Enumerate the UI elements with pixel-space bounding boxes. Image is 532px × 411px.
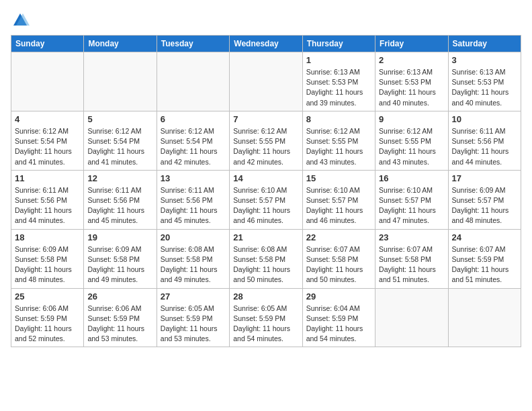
day-number: 9	[379, 114, 444, 124]
calendar-cell: 17Sunrise: 6:09 AM Sunset: 5:57 PM Dayli…	[448, 170, 521, 229]
day-info: Sunrise: 6:11 AM Sunset: 5:56 PM Dayligh…	[87, 185, 152, 226]
day-info: Sunrise: 6:06 AM Sunset: 5:59 PM Dayligh…	[15, 304, 80, 345]
calendar-cell: 25Sunrise: 6:06 AM Sunset: 5:59 PM Dayli…	[11, 288, 84, 347]
calendar-cell	[230, 52, 302, 111]
day-number: 26	[87, 291, 152, 302]
calendar-cell: 22Sunrise: 6:07 AM Sunset: 5:58 PM Dayli…	[302, 229, 375, 288]
day-info: Sunrise: 6:05 AM Sunset: 5:59 PM Dayligh…	[233, 304, 298, 345]
calendar-cell	[157, 52, 229, 111]
day-info: Sunrise: 6:10 AM Sunset: 5:57 PM Dayligh…	[379, 185, 444, 226]
day-info: Sunrise: 6:12 AM Sunset: 5:54 PM Dayligh…	[87, 126, 152, 167]
calendar-week-row: 4Sunrise: 6:12 AM Sunset: 5:54 PM Daylig…	[11, 111, 521, 170]
calendar-cell: 8Sunrise: 6:12 AM Sunset: 5:55 PM Daylig…	[302, 111, 375, 170]
day-info: Sunrise: 6:13 AM Sunset: 5:53 PM Dayligh…	[452, 67, 517, 108]
day-info: Sunrise: 6:12 AM Sunset: 5:54 PM Dayligh…	[15, 126, 80, 167]
calendar-week-row: 25Sunrise: 6:06 AM Sunset: 5:59 PM Dayli…	[11, 288, 521, 347]
day-info: Sunrise: 6:09 AM Sunset: 5:58 PM Dayligh…	[87, 244, 152, 285]
day-info: Sunrise: 6:10 AM Sunset: 5:57 PM Dayligh…	[233, 185, 298, 226]
calendar-cell: 20Sunrise: 6:08 AM Sunset: 5:58 PM Dayli…	[157, 229, 229, 288]
day-number: 8	[306, 114, 371, 124]
day-number: 27	[161, 291, 226, 302]
calendar-cell: 28Sunrise: 6:05 AM Sunset: 5:59 PM Dayli…	[230, 288, 302, 347]
calendar-cell	[375, 288, 448, 347]
calendar-cell: 5Sunrise: 6:12 AM Sunset: 5:54 PM Daylig…	[84, 111, 157, 170]
day-info: Sunrise: 6:13 AM Sunset: 5:53 PM Dayligh…	[379, 67, 444, 108]
day-info: Sunrise: 6:13 AM Sunset: 5:53 PM Dayligh…	[306, 67, 371, 108]
day-info: Sunrise: 6:09 AM Sunset: 5:58 PM Dayligh…	[15, 244, 80, 285]
calendar-header-tuesday: Tuesday	[157, 36, 229, 52]
calendar-week-row: 11Sunrise: 6:11 AM Sunset: 5:56 PM Dayli…	[11, 170, 521, 229]
day-number: 22	[306, 232, 371, 242]
day-number: 3	[452, 55, 517, 65]
calendar-header-sunday: Sunday	[11, 36, 84, 52]
calendar-week-row: 1Sunrise: 6:13 AM Sunset: 5:53 PM Daylig…	[11, 52, 521, 111]
logo	[11, 11, 32, 30]
day-number: 12	[87, 173, 152, 183]
day-number: 13	[161, 173, 226, 183]
calendar-cell: 26Sunrise: 6:06 AM Sunset: 5:59 PM Dayli…	[84, 288, 157, 347]
day-info: Sunrise: 6:11 AM Sunset: 5:56 PM Dayligh…	[452, 126, 517, 167]
day-number: 10	[452, 114, 517, 124]
day-info: Sunrise: 6:08 AM Sunset: 5:58 PM Dayligh…	[161, 244, 226, 285]
day-info: Sunrise: 6:12 AM Sunset: 5:55 PM Dayligh…	[379, 126, 444, 167]
calendar-header-thursday: Thursday	[302, 36, 375, 52]
day-number: 6	[161, 114, 226, 124]
day-info: Sunrise: 6:12 AM Sunset: 5:55 PM Dayligh…	[233, 126, 298, 167]
calendar-cell	[84, 52, 157, 111]
day-info: Sunrise: 6:10 AM Sunset: 5:57 PM Dayligh…	[306, 185, 371, 226]
day-number: 1	[306, 55, 371, 65]
calendar-cell: 1Sunrise: 6:13 AM Sunset: 5:53 PM Daylig…	[302, 52, 375, 111]
calendar-cell: 2Sunrise: 6:13 AM Sunset: 5:53 PM Daylig…	[375, 52, 448, 111]
day-info: Sunrise: 6:09 AM Sunset: 5:57 PM Dayligh…	[452, 185, 517, 226]
calendar-header-monday: Monday	[84, 36, 157, 52]
day-number: 29	[306, 291, 371, 302]
calendar-header-wednesday: Wednesday	[230, 36, 302, 52]
day-number: 21	[233, 232, 298, 242]
calendar-cell: 3Sunrise: 6:13 AM Sunset: 5:53 PM Daylig…	[448, 52, 521, 111]
day-number: 19	[87, 232, 152, 242]
day-info: Sunrise: 6:11 AM Sunset: 5:56 PM Dayligh…	[15, 185, 80, 226]
day-number: 5	[87, 114, 152, 124]
calendar-cell: 7Sunrise: 6:12 AM Sunset: 5:55 PM Daylig…	[230, 111, 302, 170]
day-info: Sunrise: 6:06 AM Sunset: 5:59 PM Dayligh…	[87, 304, 152, 345]
day-info: Sunrise: 6:08 AM Sunset: 5:58 PM Dayligh…	[233, 244, 298, 285]
calendar-cell: 21Sunrise: 6:08 AM Sunset: 5:58 PM Dayli…	[230, 229, 302, 288]
day-number: 16	[379, 173, 444, 183]
calendar-table: SundayMondayTuesdayWednesdayThursdayFrid…	[11, 35, 521, 347]
calendar-header-row: SundayMondayTuesdayWednesdayThursdayFrid…	[11, 36, 521, 52]
day-info: Sunrise: 6:05 AM Sunset: 5:59 PM Dayligh…	[161, 304, 226, 345]
calendar-cell: 16Sunrise: 6:10 AM Sunset: 5:57 PM Dayli…	[375, 170, 448, 229]
calendar-cell: 9Sunrise: 6:12 AM Sunset: 5:55 PM Daylig…	[375, 111, 448, 170]
calendar-cell: 13Sunrise: 6:11 AM Sunset: 5:56 PM Dayli…	[157, 170, 229, 229]
day-number: 17	[452, 173, 517, 183]
calendar-header-friday: Friday	[375, 36, 448, 52]
day-info: Sunrise: 6:07 AM Sunset: 5:58 PM Dayligh…	[379, 244, 444, 285]
calendar-cell: 15Sunrise: 6:10 AM Sunset: 5:57 PM Dayli…	[302, 170, 375, 229]
calendar-cell: 11Sunrise: 6:11 AM Sunset: 5:56 PM Dayli…	[11, 170, 84, 229]
calendar-cell: 14Sunrise: 6:10 AM Sunset: 5:57 PM Dayli…	[230, 170, 302, 229]
calendar-cell	[11, 52, 84, 111]
day-number: 20	[161, 232, 226, 242]
day-number: 11	[15, 173, 80, 183]
day-number: 25	[15, 291, 80, 302]
calendar-cell: 12Sunrise: 6:11 AM Sunset: 5:56 PM Dayli…	[84, 170, 157, 229]
calendar-cell: 4Sunrise: 6:12 AM Sunset: 5:54 PM Daylig…	[11, 111, 84, 170]
day-number: 23	[379, 232, 444, 242]
calendar-cell: 6Sunrise: 6:12 AM Sunset: 5:54 PM Daylig…	[157, 111, 229, 170]
calendar-cell: 27Sunrise: 6:05 AM Sunset: 5:59 PM Dayli…	[157, 288, 229, 347]
day-info: Sunrise: 6:07 AM Sunset: 5:59 PM Dayligh…	[452, 244, 517, 285]
page-header	[11, 11, 521, 30]
day-info: Sunrise: 6:07 AM Sunset: 5:58 PM Dayligh…	[306, 244, 371, 285]
logo-icon	[11, 11, 30, 30]
calendar-week-row: 18Sunrise: 6:09 AM Sunset: 5:58 PM Dayli…	[11, 229, 521, 288]
day-number: 28	[233, 291, 298, 302]
day-info: Sunrise: 6:11 AM Sunset: 5:56 PM Dayligh…	[161, 185, 226, 226]
calendar-cell: 10Sunrise: 6:11 AM Sunset: 5:56 PM Dayli…	[448, 111, 521, 170]
day-number: 14	[233, 173, 298, 183]
day-info: Sunrise: 6:12 AM Sunset: 5:55 PM Dayligh…	[306, 126, 371, 167]
day-number: 7	[233, 114, 298, 124]
calendar-cell: 19Sunrise: 6:09 AM Sunset: 5:58 PM Dayli…	[84, 229, 157, 288]
day-number: 18	[15, 232, 80, 242]
day-number: 24	[452, 232, 517, 242]
calendar-header-saturday: Saturday	[448, 36, 521, 52]
